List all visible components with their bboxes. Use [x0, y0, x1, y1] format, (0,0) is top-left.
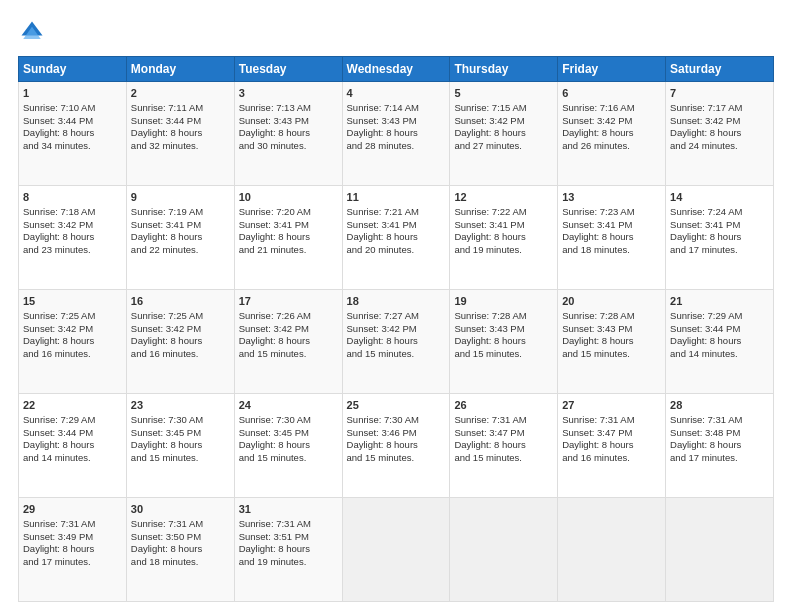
day-info-line: and 32 minutes. — [131, 140, 230, 153]
day-info-line: Daylight: 8 hours — [562, 335, 661, 348]
day-info-line: Sunset: 3:41 PM — [239, 219, 338, 232]
day-info-line: Sunrise: 7:15 AM — [454, 102, 553, 115]
day-cell: 1Sunrise: 7:10 AMSunset: 3:44 PMDaylight… — [19, 82, 127, 186]
day-info-line: and 20 minutes. — [347, 244, 446, 257]
day-cell: 29Sunrise: 7:31 AMSunset: 3:49 PMDayligh… — [19, 498, 127, 602]
day-info-line: Daylight: 8 hours — [239, 543, 338, 556]
day-info-line: and 22 minutes. — [131, 244, 230, 257]
day-info-line: Sunrise: 7:31 AM — [454, 414, 553, 427]
day-info-line: Sunset: 3:42 PM — [670, 115, 769, 128]
day-info-line: and 16 minutes. — [562, 452, 661, 465]
day-info-line: and 28 minutes. — [347, 140, 446, 153]
day-cell: 28Sunrise: 7:31 AMSunset: 3:48 PMDayligh… — [666, 394, 774, 498]
day-info-line: Sunrise: 7:25 AM — [131, 310, 230, 323]
day-info-line: Daylight: 8 hours — [347, 439, 446, 452]
day-cell: 19Sunrise: 7:28 AMSunset: 3:43 PMDayligh… — [450, 290, 558, 394]
day-cell: 11Sunrise: 7:21 AMSunset: 3:41 PMDayligh… — [342, 186, 450, 290]
day-info-line: and 18 minutes. — [562, 244, 661, 257]
day-cell: 20Sunrise: 7:28 AMSunset: 3:43 PMDayligh… — [558, 290, 666, 394]
day-info-line: Sunset: 3:47 PM — [454, 427, 553, 440]
day-info-line: Sunrise: 7:16 AM — [562, 102, 661, 115]
day-info-line: Daylight: 8 hours — [454, 335, 553, 348]
day-cell: 14Sunrise: 7:24 AMSunset: 3:41 PMDayligh… — [666, 186, 774, 290]
day-info-line: Sunrise: 7:19 AM — [131, 206, 230, 219]
day-info-line: Sunset: 3:42 PM — [131, 323, 230, 336]
day-info-line: Sunrise: 7:28 AM — [562, 310, 661, 323]
day-info-line: Daylight: 8 hours — [670, 231, 769, 244]
day-info-line: and 15 minutes. — [131, 452, 230, 465]
day-info-line: Sunset: 3:42 PM — [23, 323, 122, 336]
day-info-line: Sunset: 3:42 PM — [23, 219, 122, 232]
day-number: 10 — [239, 190, 338, 205]
day-info-line: Sunset: 3:45 PM — [131, 427, 230, 440]
day-info-line: Daylight: 8 hours — [670, 335, 769, 348]
day-number: 2 — [131, 86, 230, 101]
col-header-saturday: Saturday — [666, 57, 774, 82]
day-info-line: and 21 minutes. — [239, 244, 338, 257]
day-info-line: Sunrise: 7:31 AM — [562, 414, 661, 427]
day-info-line: Sunrise: 7:13 AM — [239, 102, 338, 115]
day-cell: 3Sunrise: 7:13 AMSunset: 3:43 PMDaylight… — [234, 82, 342, 186]
day-info-line: Sunset: 3:48 PM — [670, 427, 769, 440]
day-cell: 8Sunrise: 7:18 AMSunset: 3:42 PMDaylight… — [19, 186, 127, 290]
day-info-line: Sunrise: 7:27 AM — [347, 310, 446, 323]
day-info-line: Sunrise: 7:31 AM — [239, 518, 338, 531]
day-info-line: and 15 minutes. — [239, 348, 338, 361]
day-info-line: Daylight: 8 hours — [347, 127, 446, 140]
day-number: 31 — [239, 502, 338, 517]
day-info-line: Sunset: 3:43 PM — [454, 323, 553, 336]
day-info-line: Daylight: 8 hours — [454, 439, 553, 452]
week-row-5: 29Sunrise: 7:31 AMSunset: 3:49 PMDayligh… — [19, 498, 774, 602]
week-row-2: 8Sunrise: 7:18 AMSunset: 3:42 PMDaylight… — [19, 186, 774, 290]
day-info-line: Daylight: 8 hours — [131, 335, 230, 348]
day-info-line: Sunset: 3:43 PM — [347, 115, 446, 128]
day-info-line: Daylight: 8 hours — [454, 127, 553, 140]
day-info-line: Sunset: 3:43 PM — [239, 115, 338, 128]
col-header-tuesday: Tuesday — [234, 57, 342, 82]
day-info-line: Daylight: 8 hours — [131, 231, 230, 244]
day-info-line: Sunset: 3:42 PM — [239, 323, 338, 336]
day-info-line: Daylight: 8 hours — [562, 127, 661, 140]
logo-icon — [18, 18, 46, 46]
day-info-line: Sunrise: 7:18 AM — [23, 206, 122, 219]
day-info-line: and 15 minutes. — [347, 348, 446, 361]
page: SundayMondayTuesdayWednesdayThursdayFrid… — [0, 0, 792, 612]
day-info-line: Sunrise: 7:23 AM — [562, 206, 661, 219]
day-info-line: and 16 minutes. — [131, 348, 230, 361]
day-info-line: and 17 minutes. — [23, 556, 122, 569]
day-cell: 27Sunrise: 7:31 AMSunset: 3:47 PMDayligh… — [558, 394, 666, 498]
day-number: 11 — [347, 190, 446, 205]
day-info-line: and 17 minutes. — [670, 244, 769, 257]
day-info-line: and 34 minutes. — [23, 140, 122, 153]
day-number: 1 — [23, 86, 122, 101]
week-row-4: 22Sunrise: 7:29 AMSunset: 3:44 PMDayligh… — [19, 394, 774, 498]
day-cell — [558, 498, 666, 602]
day-info-line: Sunset: 3:46 PM — [347, 427, 446, 440]
day-info-line: Sunrise: 7:24 AM — [670, 206, 769, 219]
day-info-line: and 19 minutes. — [454, 244, 553, 257]
day-cell: 22Sunrise: 7:29 AMSunset: 3:44 PMDayligh… — [19, 394, 127, 498]
day-number: 28 — [670, 398, 769, 413]
day-info-line: Sunset: 3:41 PM — [347, 219, 446, 232]
day-info-line: Daylight: 8 hours — [562, 439, 661, 452]
day-cell — [666, 498, 774, 602]
day-info-line: Daylight: 8 hours — [454, 231, 553, 244]
day-info-line: Daylight: 8 hours — [239, 439, 338, 452]
col-header-wednesday: Wednesday — [342, 57, 450, 82]
day-number: 21 — [670, 294, 769, 309]
day-info-line: and 15 minutes. — [562, 348, 661, 361]
day-info-line: Daylight: 8 hours — [23, 127, 122, 140]
day-info-line: Sunrise: 7:14 AM — [347, 102, 446, 115]
day-info-line: Sunrise: 7:22 AM — [454, 206, 553, 219]
day-number: 19 — [454, 294, 553, 309]
day-info-line: Sunrise: 7:28 AM — [454, 310, 553, 323]
day-cell — [342, 498, 450, 602]
day-info-line: Daylight: 8 hours — [131, 543, 230, 556]
day-info-line: and 14 minutes. — [23, 452, 122, 465]
day-info-line: Sunset: 3:41 PM — [562, 219, 661, 232]
logo — [18, 18, 50, 46]
day-info-line: Sunset: 3:45 PM — [239, 427, 338, 440]
day-cell: 7Sunrise: 7:17 AMSunset: 3:42 PMDaylight… — [666, 82, 774, 186]
day-number: 25 — [347, 398, 446, 413]
day-info-line: Sunset: 3:44 PM — [23, 427, 122, 440]
